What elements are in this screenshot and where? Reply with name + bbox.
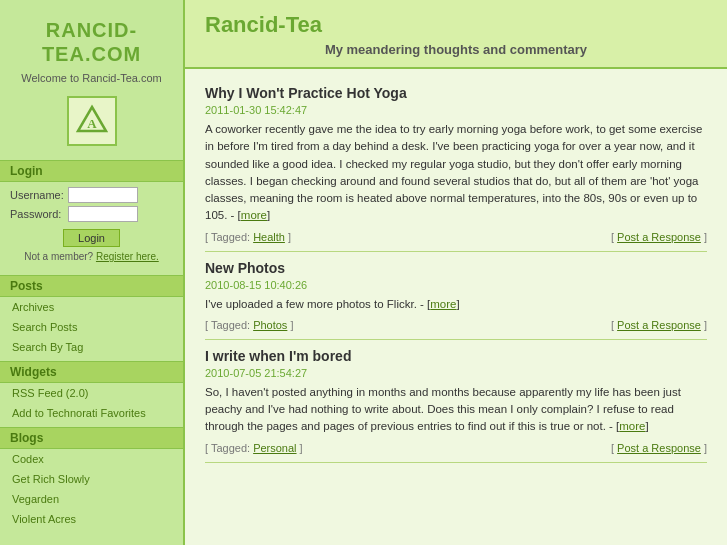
register-link[interactable]: Register here. [96, 251, 159, 262]
post-response-link[interactable]: Post a Response [617, 442, 701, 454]
posts-section-header: Posts [0, 275, 183, 297]
username-label: Username: [10, 189, 68, 201]
post-title: I write when I'm bored [205, 348, 707, 364]
sidebar-item-vegarden[interactable]: Vegarden [0, 489, 183, 509]
main-header: Rancid-Tea My meandering thoughts and co… [185, 0, 727, 69]
sidebar-item-technorati[interactable]: Add to Technorati Favorites [0, 403, 183, 423]
post-item: New Photos 2010-08-15 10:40:26 I've uplo… [205, 260, 707, 340]
post-body: So, I haven't posted anything in months … [205, 384, 707, 436]
main-content: Why I Won't Practice Hot Yoga 2011-01-30… [185, 69, 727, 479]
post-tag: [ Tagged: Personal ] [205, 442, 303, 454]
login-button[interactable]: Login [63, 229, 120, 247]
site-logo: A [0, 90, 183, 156]
post-item: I write when I'm bored 2010-07-05 21:54:… [205, 348, 707, 463]
post-footer: [ Tagged: Health ] [ Post a Response ] [205, 231, 707, 243]
username-input[interactable] [68, 187, 138, 203]
sidebar-item-get-rich-slowly[interactable]: Get Rich Slowly [0, 469, 183, 489]
login-form: Username: Password: Login Not a member? … [0, 182, 183, 271]
sidebar-item-archives[interactable]: Archives [0, 297, 183, 317]
svg-text:A: A [87, 116, 97, 131]
post-more-link[interactable]: more [430, 298, 456, 310]
post-body: A coworker recently gave me the idea to … [205, 121, 707, 225]
post-date: 2010-08-15 10:40:26 [205, 279, 707, 291]
post-item: Why I Won't Practice Hot Yoga 2011-01-30… [205, 85, 707, 252]
main-title: Rancid-Tea [205, 12, 707, 38]
password-label: Password: [10, 208, 68, 220]
not-member-text: Not a member? Register here. [10, 249, 173, 266]
post-response-link[interactable]: Post a Response [617, 231, 701, 243]
site-title: Rancid- Tea.com [0, 10, 183, 70]
widgets-section-header: Widgets [0, 361, 183, 383]
sidebar-item-codex[interactable]: Codex [0, 449, 183, 469]
post-tag: [ Tagged: Health ] [205, 231, 291, 243]
post-tag: [ Tagged: Photos ] [205, 319, 294, 331]
sidebar-item-search-by-tag[interactable]: Search By Tag [0, 337, 183, 357]
post-date: 2011-01-30 15:42:47 [205, 104, 707, 116]
sidebar-item-rss-feed[interactable]: RSS Feed (2.0) [0, 383, 183, 403]
post-title: Why I Won't Practice Hot Yoga [205, 85, 707, 101]
sidebar-item-search-posts[interactable]: Search Posts [0, 317, 183, 337]
post-response: [ Post a Response ] [611, 442, 707, 454]
blogs-section-header: Blogs [0, 427, 183, 449]
post-tag-link[interactable]: Personal [253, 442, 296, 454]
post-more-link[interactable]: more [241, 209, 267, 221]
logo-icon: A [74, 103, 110, 139]
password-input[interactable] [68, 206, 138, 222]
post-tag-link[interactable]: Photos [253, 319, 287, 331]
login-section-header: Login [0, 160, 183, 182]
post-footer: [ Tagged: Personal ] [ Post a Response ] [205, 442, 707, 454]
post-title: New Photos [205, 260, 707, 276]
post-footer: [ Tagged: Photos ] [ Post a Response ] [205, 319, 707, 331]
post-date: 2010-07-05 21:54:27 [205, 367, 707, 379]
post-response: [ Post a Response ] [611, 231, 707, 243]
logo-box: A [67, 96, 117, 146]
post-more-link[interactable]: more [619, 420, 645, 432]
post-response: [ Post a Response ] [611, 319, 707, 331]
sidebar-item-violent-acres[interactable]: Violent Acres [0, 509, 183, 529]
main-subtitle: My meandering thoughts and commentary [205, 42, 707, 57]
post-response-link[interactable]: Post a Response [617, 319, 701, 331]
site-welcome: Welcome to Rancid-Tea.com [0, 70, 183, 90]
post-tag-link[interactable]: Health [253, 231, 285, 243]
post-body: I've uploaded a few more photos to Flick… [205, 296, 707, 313]
